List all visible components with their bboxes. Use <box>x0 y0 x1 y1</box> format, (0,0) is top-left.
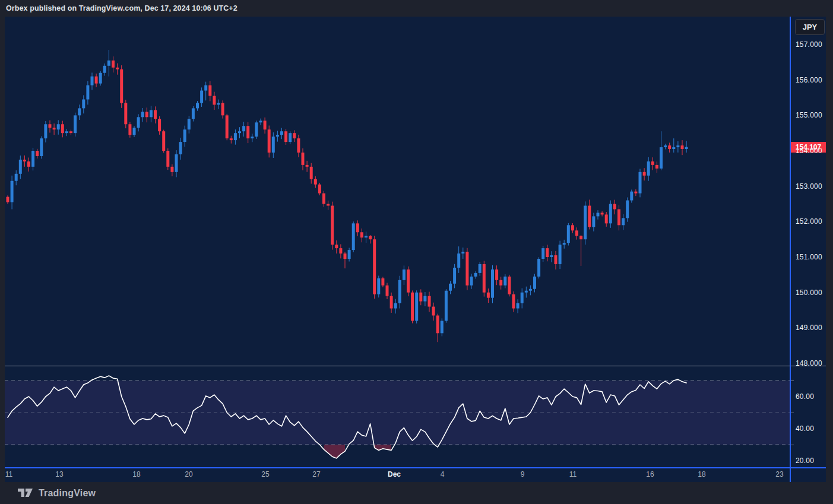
tradingview-logo[interactable]: TradingView <box>18 488 96 499</box>
currency-badge[interactable]: JPY <box>795 19 825 35</box>
time-label: 25 <box>261 470 269 478</box>
rsi-indicator-pane[interactable] <box>5 367 790 467</box>
rsi-tick-label: 40.00 <box>796 424 814 433</box>
time-label: 27 <box>312 470 320 478</box>
rsi-tick-label: 20.00 <box>796 457 814 465</box>
price-tick-label: 148.000 <box>796 359 822 367</box>
tradingview-logo-icon <box>18 489 33 498</box>
price-tick-label: 151.000 <box>796 253 822 261</box>
price-tick-label: 150.000 <box>796 289 822 297</box>
time-label: 23 <box>775 470 783 478</box>
time-label: 11 <box>5 470 12 478</box>
rsi-scale-tick <box>791 381 794 381</box>
pane-separator[interactable] <box>5 366 826 366</box>
rsi-tick-label: 60.00 <box>796 392 814 401</box>
chart-panel: 111318202527Dec4911161823 JPY 154.107 15… <box>5 17 826 482</box>
price-tick-label: 156.000 <box>796 76 822 84</box>
time-axis[interactable]: 111318202527Dec4911161823 <box>5 468 790 482</box>
price-tick-label: 153.000 <box>796 182 822 191</box>
time-label: 11 <box>569 470 577 478</box>
time-label: 18 <box>132 470 140 478</box>
price-pane-candlestick-chart[interactable] <box>5 17 790 366</box>
time-label: 16 <box>646 470 654 478</box>
price-tick-label: 149.000 <box>796 324 822 332</box>
price-scale[interactable]: JPY 154.107 157.000156.000155.000154.000… <box>791 17 826 482</box>
footer-bar: TradingView <box>0 482 833 504</box>
page: { "header": { "attribution": "Orbex publ… <box>0 0 833 504</box>
time-label: 9 <box>521 470 525 478</box>
price-tick-label: 155.000 <box>796 111 822 119</box>
time-label: 13 <box>55 470 63 478</box>
price-tick-label: 154.000 <box>796 147 822 155</box>
time-label: 18 <box>698 470 705 478</box>
price-tick-label: 152.000 <box>796 217 822 226</box>
tradingview-logo-text: TradingView <box>39 488 96 499</box>
time-label: 4 <box>441 470 445 478</box>
attribution-text: Orbex published on TradingView.com, Dec … <box>6 0 237 17</box>
price-tick-label: 157.000 <box>796 40 822 49</box>
time-label: 20 <box>185 470 192 478</box>
rsi-scale-tick <box>791 445 794 445</box>
rsi-scale-tick <box>791 413 794 413</box>
time-label: Dec <box>388 470 401 478</box>
